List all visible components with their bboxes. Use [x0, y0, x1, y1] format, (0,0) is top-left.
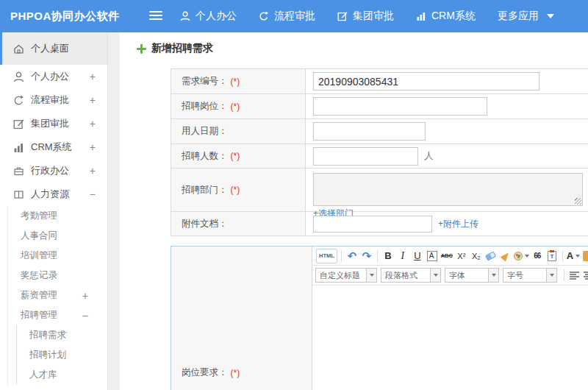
field-label: 附件文档：	[182, 218, 228, 230]
sidebar-item-recruit-mgmt[interactable]: 招聘管理 −	[8, 305, 107, 325]
bold-button[interactable]: B	[381, 249, 395, 263]
border-text-button[interactable]: A	[427, 251, 437, 261]
sidebar-item-recruit-plan[interactable]: 招聘计划	[17, 345, 107, 365]
editor-content-area[interactable]	[312, 286, 588, 390]
nav-personal-office[interactable]: 个人办公	[180, 10, 237, 23]
required-mark: (*)	[231, 77, 240, 87]
field-label: 需求编号：	[182, 75, 228, 88]
align-left-icon[interactable]	[570, 272, 579, 280]
form-row-hire-date: 用人日期：	[171, 119, 588, 144]
underline-button[interactable]: U	[411, 249, 424, 263]
chevron-down-icon	[434, 274, 438, 277]
recruit-form: 需求编号：(*) 招聘岗位：(*) 用人日期： 招聘人数：(*) 人 招聘部门：…	[171, 68, 588, 236]
briefcase-icon	[13, 166, 24, 177]
eraser-icon	[485, 251, 496, 260]
redo-icon[interactable]: ↷	[360, 249, 373, 263]
nav-crm-system[interactable]: CRM系统	[416, 10, 476, 23]
required-mark: (*)	[231, 185, 240, 195]
background-color-button[interactable]	[581, 249, 588, 263]
process-refresh-icon	[259, 11, 269, 21]
hire-date-input[interactable]	[313, 122, 426, 141]
headcount-input[interactable]	[313, 147, 418, 166]
sidebar-item-desktop[interactable]: 个人桌面	[0, 32, 107, 65]
expand-plus-icon[interactable]: +	[90, 71, 96, 82]
expand-plus-icon[interactable]: +	[90, 165, 96, 177]
sidebar-item-training[interactable]: 培训管理	[8, 246, 107, 266]
required-mark: (*)	[231, 102, 240, 112]
sidebar-item-attendance[interactable]: 考勤管理	[8, 206, 107, 226]
paste-text-button[interactable]: T	[545, 249, 559, 263]
required-mark: (*)	[231, 368, 240, 378]
align-center-icon[interactable]	[584, 272, 588, 280]
process-refresh-icon	[13, 95, 24, 106]
nav-more-apps[interactable]: 更多应用	[498, 10, 554, 23]
undo-icon[interactable]: ↶	[345, 249, 359, 263]
brush-icon	[500, 250, 511, 262]
edit-icon	[13, 118, 24, 130]
sidebar-item-personal-office[interactable]: 个人办公 +	[0, 65, 107, 88]
field-label: 招聘部门：	[182, 184, 228, 196]
chevron-down-icon	[576, 255, 580, 258]
html-source-button[interactable]: HTML	[316, 249, 337, 263]
form-row-demand-no: 需求编号：(*)	[171, 69, 588, 94]
required-mark: (*)	[231, 151, 240, 161]
book-icon	[13, 189, 24, 200]
strikethrough-button[interactable]: ABC	[440, 249, 453, 263]
expand-plus-icon[interactable]: +	[82, 290, 88, 302]
sidebar-item-hr[interactable]: 人力资源 −	[0, 182, 107, 206]
nav-group-approval[interactable]: 集团审批	[337, 10, 394, 23]
hr-submenu: 考勤管理 人事合同 培训管理 奖惩记录 薪资管理 + 招聘管理 − 招聘需求 招…	[7, 206, 107, 385]
expand-plus-icon[interactable]: +	[90, 141, 96, 153]
add-plus-icon	[137, 44, 146, 54]
superscript-button[interactable]: X²	[455, 249, 468, 263]
chevron-down-icon	[547, 14, 554, 18]
blockquote-button[interactable]: 66	[531, 249, 544, 263]
main-panel: 新增招聘需求 需求编号：(*) 招聘岗位：(*) 用人日期： 招聘人数：(*) …	[120, 32, 588, 390]
user-icon	[13, 71, 24, 82]
font-size-select[interactable]: 字号	[503, 268, 557, 283]
custom-heading-select[interactable]: 自定义标题	[315, 268, 377, 283]
bar-chart-icon	[13, 142, 24, 153]
clipboard-icon: T	[548, 251, 556, 261]
sidebar-item-group-approval[interactable]: 集团审批 +	[0, 112, 107, 135]
form-row-position: 招聘岗位：(*)	[171, 94, 588, 119]
highlight-color-button[interactable]	[514, 249, 529, 263]
font-family-select[interactable]: 字体	[445, 268, 499, 283]
sidebar-item-admin-office[interactable]: 行政办公 +	[0, 159, 107, 182]
sidebar-item-process-approval[interactable]: 流程审批 +	[0, 88, 107, 112]
palette-icon	[514, 252, 523, 260]
subscript-button[interactable]: X₂	[470, 249, 483, 263]
sidebar-item-recruit-demand[interactable]: 招聘需求	[17, 325, 107, 345]
sidebar-item-hr-contract[interactable]: 人事合同	[8, 226, 107, 246]
top-bar: PHPOA协同办公软件 个人办公 流程审批 集团审批 CRM系统	[0, 0, 588, 32]
nav-process-approval[interactable]: 流程审批	[259, 10, 315, 23]
eraser-button[interactable]	[484, 249, 498, 263]
sidebar-item-crm[interactable]: CRM系统 +	[0, 135, 107, 159]
rich-text-editor: HTML ↶ ↷ B I U A ABC X² X₂ 66	[312, 247, 588, 390]
home-icon	[13, 43, 24, 54]
field-label: 岗位要求：	[182, 366, 228, 379]
expand-plus-icon[interactable]: +	[90, 94, 96, 106]
collapse-minus-icon[interactable]: −	[82, 310, 88, 322]
demand-no-input[interactable]	[313, 72, 539, 91]
italic-button[interactable]: I	[396, 249, 409, 263]
sidebar-item-salary[interactable]: 薪资管理 +	[8, 286, 107, 305]
menu-toggle-icon[interactable]	[149, 11, 164, 21]
upload-attachment-link[interactable]: +附件上传	[438, 218, 478, 230]
paragraph-format-select[interactable]: 段落格式	[381, 268, 441, 283]
sidebar-item-talent-pool[interactable]: 人才库	[17, 365, 107, 385]
field-label: 招聘岗位：	[182, 100, 228, 113]
attachment-input[interactable]	[313, 216, 432, 233]
page-title: 新增招聘需求	[137, 42, 213, 55]
sidebar: 个人桌面 个人办公 + 流程审批 + 集团审批 + CRM系统 + 行政办公 +	[0, 32, 108, 390]
expand-plus-icon[interactable]: +	[90, 118, 96, 130]
font-color-button[interactable]: A	[567, 249, 580, 263]
position-input[interactable]	[313, 97, 487, 116]
collapse-minus-icon[interactable]: −	[90, 188, 96, 200]
department-textarea[interactable]	[313, 173, 583, 206]
editor-toolbar-row2: 自定义标题 段落格式 字体 字号	[312, 266, 588, 286]
bar-chart-icon	[416, 11, 426, 21]
format-brush-button[interactable]	[499, 249, 512, 263]
sidebar-item-rewards[interactable]: 奖惩记录	[8, 266, 107, 286]
chevron-down-icon	[492, 274, 496, 277]
